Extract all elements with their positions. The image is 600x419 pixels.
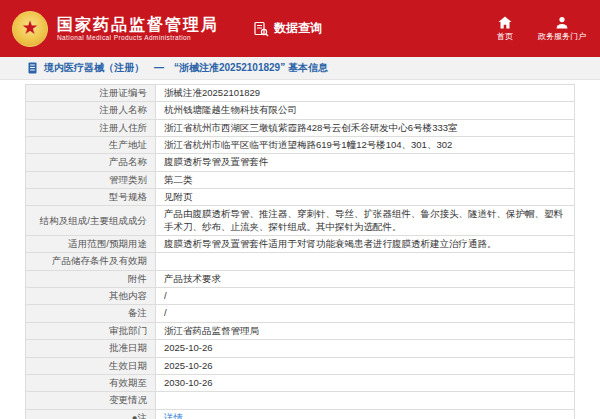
row-label: 备注 — [26, 305, 156, 322]
row-label: 适用范围/预期用途 — [26, 236, 156, 253]
nav-portal[interactable]: 政务服务门户 — [538, 16, 586, 42]
table-row: 生产地址浙江省杭州市临平区临平街道望梅路619号1幢12号楼104、301、30… — [26, 137, 575, 154]
national-emblem-icon: ★ — [12, 11, 48, 47]
breadcrumb-bar: 境内医疗器械（注册） — “浙械注准20252101829” 基本信息 — [0, 57, 600, 80]
data-query-button[interactable]: 数据查询 — [253, 20, 322, 37]
info-table-body: 注册证编号浙械注准20252101829注册人名称杭州钱塘隆越生物科技有限公司注… — [26, 85, 575, 419]
table-row: 产品名称腹膜透析导管及置管套件 — [26, 154, 575, 171]
row-value: 产品由腹膜透析导管、推注器、穿刺针、导丝、扩张器组件、鲁尔接头、隧道针、保护帽、… — [156, 206, 575, 236]
nav-portal-label: 政务服务门户 — [538, 31, 586, 42]
row-label: 型号规格 — [26, 189, 156, 206]
row-value: 2025-10-26 — [156, 340, 575, 357]
row-label: 注册人名称 — [26, 102, 156, 119]
table-row: 适用范围/预期用途腹膜透析导管及置管套件适用于对肾功能衰竭患者进行腹膜透析建立治… — [26, 236, 575, 253]
user-icon — [555, 16, 569, 31]
breadcrumb-text: 境内医疗器械（注册） — “浙械注准20252101829” 基本信息 — [44, 61, 328, 75]
nav-home-label: 首页 — [497, 31, 513, 42]
table-row: 变更情况 — [26, 392, 575, 409]
row-label: ●注 — [26, 409, 156, 419]
row-value: / — [156, 288, 575, 305]
row-label: 有效期至 — [26, 374, 156, 391]
star-icon: ★ — [21, 18, 38, 37]
nav-home[interactable]: 首页 — [490, 16, 520, 42]
row-label: 变更情况 — [26, 392, 156, 409]
row-value: / — [156, 305, 575, 322]
detail-link[interactable]: 详情 — [164, 412, 183, 419]
site-title: 国家药品监督管理局 — [57, 16, 219, 34]
row-label: 审批部门 — [26, 322, 156, 339]
table-row: 生效日期2025-10-26 — [26, 357, 575, 374]
table-row: 其他内容/ — [26, 288, 575, 305]
row-value: 产品技术要求 — [156, 270, 575, 287]
row-value — [156, 253, 575, 270]
row-label: 附件 — [26, 270, 156, 287]
row-label: 注册证编号 — [26, 85, 156, 102]
table-row: 注册证编号浙械注准20252101829 — [26, 85, 575, 102]
table-row: 审批部门浙江省药品监督管理局 — [26, 322, 575, 339]
header: ★ 国家药品监督管理局 National Medical Products Ad… — [0, 0, 600, 57]
row-value: 浙江省杭州市西湖区三墩镇紫霞路428号云创禾谷研发中心6号楼333室 — [156, 119, 575, 136]
table-row: 附件产品技术要求 — [26, 270, 575, 287]
row-value: 腹膜透析导管及置管套件适用于对肾功能衰竭患者进行腹膜透析建立治疗通路。 — [156, 236, 575, 253]
table-row: 产品储存条件及有效期 — [26, 253, 575, 270]
row-label: 注册人住所 — [26, 119, 156, 136]
table-row: 管理类别第二类 — [26, 171, 575, 188]
table-row: 型号规格见附页 — [26, 189, 575, 206]
home-icon — [498, 16, 512, 31]
row-value: 见附页 — [156, 189, 575, 206]
row-value: 2025-10-26 — [156, 357, 575, 374]
row-value — [156, 392, 575, 409]
table-row: 备注/ — [26, 305, 575, 322]
data-query-label: 数据查询 — [274, 20, 322, 37]
table-row: 注册人名称杭州钱塘隆越生物科技有限公司 — [26, 102, 575, 119]
row-label: 产品储存条件及有效期 — [26, 253, 156, 270]
table-row: 注册人住所浙江省杭州市西湖区三墩镇紫霞路428号云创禾谷研发中心6号楼333室 — [26, 119, 575, 136]
info-table: 注册证编号浙械注准20252101829注册人名称杭州钱塘隆越生物科技有限公司注… — [25, 84, 575, 419]
row-label: 生产地址 — [26, 137, 156, 154]
info-table-wrap: 注册证编号浙械注准20252101829注册人名称杭州钱塘隆越生物科技有限公司注… — [0, 80, 600, 419]
row-value: 详情 — [156, 409, 575, 419]
row-label: 产品名称 — [26, 154, 156, 171]
row-label: 生效日期 — [26, 357, 156, 374]
row-label: 其他内容 — [26, 288, 156, 305]
site-subtitle: National Medical Products Administration — [57, 34, 219, 41]
row-value: 浙江省杭州市临平区临平街道望梅路619号1幢12号楼104、301、302 — [156, 137, 575, 154]
row-value: 腹膜透析导管及置管套件 — [156, 154, 575, 171]
header-nav: 首页 政务服务门户 — [490, 16, 586, 42]
table-row: 批准日期2025-10-26 — [26, 340, 575, 357]
row-value: 杭州钱塘隆越生物科技有限公司 — [156, 102, 575, 119]
row-label: 批准日期 — [26, 340, 156, 357]
title-block: 国家药品监督管理局 National Medical Products Admi… — [57, 16, 219, 41]
row-value: 2030-10-26 — [156, 374, 575, 391]
document-icon — [28, 62, 44, 74]
row-value: 第二类 — [156, 171, 575, 188]
table-row: ●注详情 — [26, 409, 575, 419]
row-label: 管理类别 — [26, 171, 156, 188]
table-row: 结构及组成/主要组成成分产品由腹膜透析导管、推注器、穿刺针、导丝、扩张器组件、鲁… — [26, 206, 575, 236]
row-value: 浙械注准20252101829 — [156, 85, 575, 102]
row-value: 浙江省药品监督管理局 — [156, 322, 575, 339]
row-label: 结构及组成/主要组成成分 — [26, 206, 156, 236]
table-row: 有效期至2030-10-26 — [26, 374, 575, 391]
data-query-icon — [253, 21, 269, 37]
